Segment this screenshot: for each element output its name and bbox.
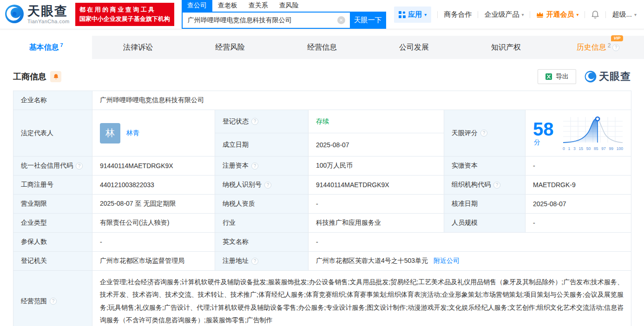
field-value-business-term: 2025-08-07 至 无固定期限	[92, 195, 215, 214]
table-row: 企业类型 有限责任公司(法人独资) 行业 科技推广和应用服务业 人员规模 -	[13, 214, 631, 233]
search-area: 查公司 查老板 查关系 查风险 ✕ 天眼一下	[182, 0, 386, 29]
field-label: 注册资本?	[215, 156, 309, 176]
nav-divider	[585, 11, 585, 18]
table-row: 经营范围? 企业管理;社会经济咨询服务;计算机软硬件及辅助设备批发;服装服饰批发…	[13, 271, 631, 326]
export-button[interactable]: 导出	[538, 69, 576, 84]
field-value-industry: 科技推广和应用服务业	[309, 214, 444, 233]
status-badge: 存续	[316, 117, 329, 125]
tab-history[interactable]: 历史信息 VIP 2 ?	[552, 36, 644, 59]
field-label: 企业类型	[13, 214, 92, 233]
field-label: 天眼评分?	[444, 110, 526, 156]
help-icon[interactable]: ?	[251, 163, 258, 170]
legal-rep-link[interactable]: 林青	[126, 129, 139, 137]
brand-name: 天眼查	[27, 5, 70, 18]
score-distribution-chart: 0131550859799100	[562, 115, 624, 151]
field-value-taxpayer-quality: -	[309, 195, 444, 214]
nav-super-label: 超级...	[612, 10, 632, 19]
field-value-credit-code: 91440114MAETDRGK9X	[92, 156, 215, 176]
help-icon[interactable]: ?	[612, 44, 619, 51]
clear-icon[interactable]: ✕	[337, 16, 345, 24]
bell-icon	[591, 10, 599, 19]
bell-icon	[53, 73, 59, 80]
tab-ip-label: 知识产权	[491, 43, 521, 52]
help-icon[interactable]: ?	[50, 298, 57, 305]
field-label: 纳税人资质	[215, 195, 309, 214]
help-icon[interactable]: ?	[480, 130, 487, 137]
tab-risk[interactable]: 经营风险	[184, 36, 276, 59]
nav-apps-label: 应用	[408, 10, 422, 19]
vip-badge: VIP	[611, 35, 624, 41]
help-icon[interactable]: ?	[251, 258, 258, 265]
search-input[interactable]	[182, 12, 350, 29]
business-info-table: 企业名称 广州哔哩哔哩电竞信息科技有限公司 法定代表人 林 林青 登记状态? 存…	[13, 91, 631, 326]
reg-address-text: 广州市花都区芙蓉大道4号之十503单元	[316, 257, 428, 264]
nav-enterprise-products[interactable]: 企业级产品 ▾	[484, 10, 524, 19]
watermark-text: 天眼查	[599, 70, 631, 84]
field-value-business-scope: 企业管理;社会经济咨询服务;计算机软硬件及辅助设备批发;服装服饰批发;办公设备销…	[92, 271, 631, 326]
monitor-bell-button[interactable]	[50, 71, 61, 82]
score-value: 58	[533, 119, 554, 139]
main-content: 工商信息 导出 天眼查	[0, 69, 644, 326]
section-header: 工商信息 导出 天眼查	[13, 69, 631, 84]
table-row: 参保人数 - 英文名称 -	[13, 233, 631, 252]
tab-legal[interactable]: 法律诉讼	[92, 36, 184, 59]
help-icon[interactable]: ?	[251, 118, 258, 125]
nav-divider	[478, 11, 478, 18]
chevron-down-icon: ▾	[521, 12, 524, 17]
search-tab-risk[interactable]: 查风险	[274, 0, 304, 12]
field-value-paid-capital: -	[526, 156, 631, 176]
score-cell: 58分	[526, 110, 631, 156]
nav-cooperation[interactable]: 商务合作	[444, 10, 472, 19]
nav-divider	[605, 11, 606, 18]
field-label: 工商注册号	[13, 176, 92, 195]
field-label: 企业名称	[13, 91, 92, 110]
help-icon[interactable]: ?	[76, 163, 83, 170]
notification-bell[interactable]	[591, 10, 599, 19]
tianyancha-logo[interactable]: 天眼查 TianYanCha.com	[5, 4, 70, 25]
search-tab-company[interactable]: 查公司	[182, 0, 212, 12]
field-value-english-name: -	[309, 233, 631, 252]
tab-legal-label: 法律诉讼	[123, 43, 153, 52]
field-value-approval-date: 2025-08-07	[526, 195, 631, 214]
search-button[interactable]: 天眼一下	[350, 12, 386, 29]
chevron-down-icon: ▾	[634, 12, 637, 17]
search-tabs: 查公司 查老板 查关系 查风险	[182, 0, 386, 12]
table-row: 统一社会信用代码? 91440114MAETDRGK9X 注册资本? 100万人…	[13, 156, 631, 176]
nearby-companies-link[interactable]: 附近公司	[434, 257, 460, 264]
tab-history-label: 历史信息	[577, 43, 606, 52]
field-value-staff-size: -	[526, 214, 631, 233]
legal-rep-avatar[interactable]: 林	[100, 123, 120, 143]
field-label: 登记状态?	[215, 110, 309, 133]
tab-basic-info[interactable]: 基本信息 7	[0, 36, 92, 59]
field-value-reg-number: 440121003822033	[92, 176, 215, 195]
field-label: 纳税人识别号?	[215, 176, 309, 195]
nav-super-vip[interactable]: 超级... ▾	[612, 10, 637, 19]
tab-operation[interactable]: 经营信息	[276, 36, 368, 59]
nav-apps[interactable]: 应用 ▾	[394, 7, 431, 23]
search-tab-boss[interactable]: 查老板	[212, 0, 243, 12]
field-label: 英文名称	[215, 233, 309, 252]
tab-history-count: 2	[608, 42, 611, 49]
nav-open-vip[interactable]: 开通会员 ▾	[536, 10, 578, 19]
field-value-insured-count: -	[92, 233, 215, 252]
chevron-down-icon: ▾	[576, 12, 578, 17]
field-value-establish-date: 2025-08-07	[309, 133, 444, 156]
slogan-line1: 都在用的商业查询工具	[79, 5, 170, 14]
search-tab-relation[interactable]: 查关系	[243, 0, 274, 12]
field-label: 登记机关	[13, 252, 92, 271]
tab-development[interactable]: 公司发展	[368, 36, 460, 59]
tab-ip[interactable]: 知识产权	[460, 36, 552, 59]
brand-domain: TianYanCha.com	[27, 19, 70, 24]
field-label: 统一社会信用代码?	[13, 156, 92, 176]
top-nav: 应用 ▾ 商务合作 企业级产品 ▾ 开通会员 ▾	[394, 7, 637, 23]
field-value-taxpayer-id: 91440114MAETDRGK9X	[309, 176, 444, 195]
field-value-reg-capital: 100万人民币	[309, 156, 444, 176]
field-label: 注册地址?	[215, 252, 309, 271]
help-icon[interactable]: ?	[264, 182, 271, 189]
help-icon[interactable]: ?	[493, 182, 500, 189]
field-label: 人员规模	[444, 214, 526, 233]
slogan-line2: 国家中小企业发展子基金旗下机构	[79, 14, 170, 24]
field-label: 成立日期	[215, 133, 309, 156]
tab-operation-label: 经营信息	[307, 43, 337, 52]
nav-vip-label: 开通会员	[546, 10, 574, 19]
